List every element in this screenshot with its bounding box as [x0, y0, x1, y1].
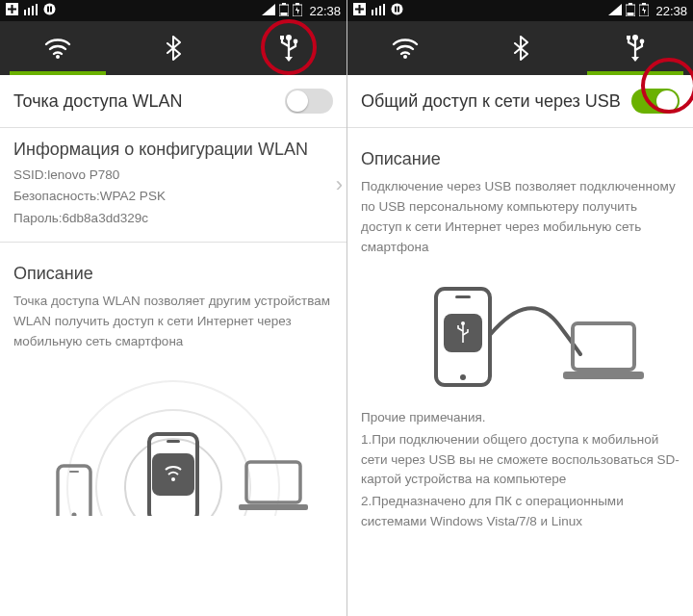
svg-point-46: [403, 55, 407, 59]
svg-rect-2: [8, 9, 16, 11]
tab-usb[interactable]: [231, 21, 346, 75]
svg-point-7: [44, 4, 56, 15]
wlan-desc-body: Точка доступа WLAN позволяет другим устр…: [0, 292, 346, 362]
tab-bluetooth[interactable]: [463, 21, 578, 75]
svg-point-38: [392, 4, 403, 15]
svg-rect-24: [152, 453, 194, 496]
usb-desc-head: Описание: [361, 149, 680, 169]
screen-usb-tether: 22:38 Общий доступ к сети через USB Опис…: [346, 0, 693, 616]
svg-rect-39: [395, 7, 397, 13]
svg-rect-43: [628, 13, 634, 15]
add-icon: [353, 3, 366, 18]
svg-rect-27: [69, 471, 79, 473]
svg-rect-35: [375, 8, 377, 15]
svg-rect-3: [24, 10, 26, 15]
battery-icon: [626, 3, 635, 19]
svg-rect-8: [47, 7, 49, 13]
status-time: 22:38: [655, 4, 687, 18]
wlan-hotspot-row[interactable]: Точка доступа WLAN: [0, 75, 346, 127]
svg-rect-17: [280, 36, 284, 39]
svg-rect-12: [281, 13, 288, 15]
wlan-security: Безопасность:WPA2 PSK: [0, 187, 332, 208]
wlan-hotspot-title: Точка доступа WLAN: [13, 91, 285, 112]
usb-tether-toggle[interactable]: [631, 89, 680, 114]
svg-rect-26: [58, 466, 90, 516]
svg-rect-48: [627, 36, 630, 39]
svg-rect-29: [246, 462, 300, 502]
svg-point-18: [294, 39, 298, 44]
tab-wifi[interactable]: [0, 21, 116, 75]
svg-rect-30: [239, 504, 308, 510]
svg-point-25: [171, 477, 175, 481]
svg-rect-6: [36, 4, 38, 15]
svg-rect-40: [398, 7, 399, 13]
svg-rect-9: [50, 7, 52, 13]
status-bar: 22:38: [347, 0, 693, 21]
svg-rect-51: [455, 295, 471, 298]
svg-rect-56: [563, 372, 644, 379]
svg-rect-34: [372, 10, 373, 15]
status-time: 22:38: [309, 4, 341, 18]
signal-icon: [262, 4, 275, 18]
wlan-desc-head: Описание: [13, 264, 333, 284]
wlan-config-row[interactable]: Информация о конфигурации WLAN SSID:leno…: [0, 128, 346, 242]
tab-bluetooth[interactable]: [116, 21, 231, 75]
wlan-illustration: [0, 362, 346, 516]
battery-icon: [279, 3, 289, 19]
wlan-hotspot-toggle[interactable]: [285, 89, 333, 114]
svg-rect-23: [167, 440, 180, 443]
svg-point-49: [640, 39, 645, 44]
wlan-config-title: Информация о конфигурации WLAN: [13, 140, 319, 160]
svg-rect-33: [355, 9, 364, 11]
battery-charging-icon: [639, 3, 649, 19]
status-bar: 22:38: [0, 0, 346, 21]
usb-notes-head: Прочие примечания.: [347, 408, 693, 430]
tab-bar: [347, 21, 693, 75]
screen-wlan-hotspot: 22:38 Точка доступа WLAN Информация о ко…: [0, 0, 346, 616]
svg-point-52: [460, 374, 466, 380]
usb-note-1: 1.При подключении общего доступа к мобил…: [347, 430, 693, 493]
signal-icon: [608, 4, 622, 18]
svg-rect-36: [379, 6, 381, 15]
svg-point-15: [56, 55, 60, 59]
pause-icon: [43, 3, 56, 18]
bars-icon: [24, 4, 38, 18]
battery-charging-icon: [293, 3, 302, 19]
tab-bar: [0, 21, 346, 75]
usb-note-2: 2.Предназначено для ПК с операционными с…: [347, 492, 693, 542]
svg-rect-37: [383, 4, 385, 15]
add-icon: [6, 3, 18, 18]
svg-point-28: [72, 512, 77, 516]
wlan-ssid: SSID:lenovo P780: [0, 166, 332, 187]
svg-rect-4: [28, 8, 30, 15]
usb-tether-title: Общий доступ к сети через USB: [361, 91, 631, 112]
svg-rect-5: [32, 6, 34, 15]
usb-desc-body: Подключение через USB позволяет подключе…: [347, 177, 693, 268]
pause-icon: [391, 3, 403, 18]
tab-usb[interactable]: [578, 21, 693, 75]
svg-rect-55: [573, 323, 634, 370]
usb-tether-row[interactable]: Общий доступ к сети через USB: [347, 75, 693, 127]
usb-illustration: [347, 268, 693, 402]
bars-icon: [372, 4, 385, 18]
wlan-password: Пароль:6db8a3dd329c: [0, 209, 332, 230]
tab-wifi[interactable]: [347, 21, 463, 75]
chevron-right-icon: ›: [332, 172, 346, 197]
